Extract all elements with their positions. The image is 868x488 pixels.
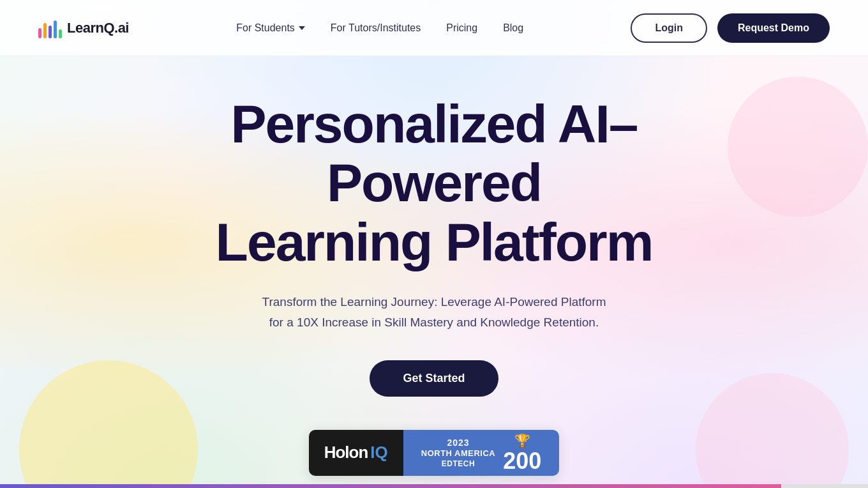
navbar: LearnQ.ai For Students For Tutors/Instit… bbox=[0, 0, 868, 56]
holon-region: NORTH AMERICA bbox=[421, 448, 496, 459]
holon-category: EDTECH bbox=[421, 459, 496, 469]
holon-number: 200 bbox=[503, 450, 541, 473]
holon-description: 2023 NORTH AMERICA EDTECH bbox=[421, 437, 496, 469]
logo-bar-3 bbox=[49, 26, 52, 38]
hero-subtitle: Transform the Learning Journey: Leverage… bbox=[255, 292, 613, 332]
nav-actions: Login Request Demo bbox=[631, 13, 830, 43]
holon-left-panel: Holon IQ bbox=[309, 430, 403, 476]
scroll-bar bbox=[0, 484, 868, 488]
login-button[interactable]: Login bbox=[631, 13, 707, 43]
holon-text: Holon bbox=[324, 443, 368, 462]
holon-iq-text: IQ bbox=[370, 443, 387, 462]
nav-item-for-tutors[interactable]: For Tutors/Institutes bbox=[331, 22, 421, 34]
nav-links: For Students For Tutors/Institutes Prici… bbox=[236, 22, 523, 34]
hero-section: Personalized AI–Powered Learning Platfor… bbox=[0, 56, 868, 488]
chevron-down-icon bbox=[299, 26, 305, 30]
logo-icon bbox=[38, 18, 62, 38]
trophy-icon: 🏆 bbox=[514, 433, 530, 448]
logo-link[interactable]: LearnQ.ai bbox=[38, 18, 129, 38]
holon-award: 🏆 200 bbox=[503, 433, 541, 473]
nav-item-pricing[interactable]: Pricing bbox=[446, 22, 477, 34]
logo-bar-1 bbox=[38, 28, 41, 38]
holon-year: 2023 bbox=[421, 437, 496, 448]
get-started-button[interactable]: Get Started bbox=[370, 360, 498, 397]
logo-text: LearnQ.ai bbox=[67, 20, 129, 36]
logo-bar-2 bbox=[43, 23, 47, 38]
nav-item-blog[interactable]: Blog bbox=[503, 22, 523, 34]
logo-bar-5 bbox=[59, 29, 62, 38]
nav-item-for-students[interactable]: For Students bbox=[236, 22, 305, 34]
scroll-bar-fill bbox=[0, 484, 781, 488]
request-demo-button[interactable]: Request Demo bbox=[717, 13, 830, 43]
holon-badge: Holon IQ 2023 NORTH AMERICA EDTECH 🏆 200 bbox=[309, 430, 560, 476]
hero-title: Personalized AI–Powered Learning Platfor… bbox=[147, 95, 721, 271]
holon-right-panel: 2023 NORTH AMERICA EDTECH 🏆 200 bbox=[403, 430, 560, 476]
logo-bar-4 bbox=[54, 20, 57, 38]
